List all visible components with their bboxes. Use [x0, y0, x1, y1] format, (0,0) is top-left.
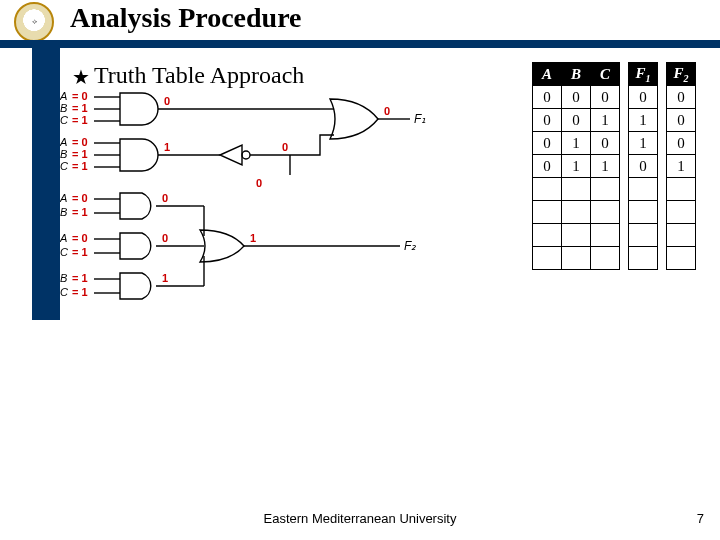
svg-text:A: A [60, 90, 67, 102]
svg-text:1: 1 [250, 232, 256, 244]
svg-text:1: 1 [162, 272, 168, 284]
svg-text:0: 0 [162, 192, 168, 204]
table-row: 00000 [533, 86, 696, 109]
table-row [533, 247, 696, 270]
col-F2: F2 [667, 63, 696, 86]
header-divider [0, 40, 720, 48]
svg-text:= 1: = 1 [72, 206, 88, 218]
svg-text:F₁: F₁ [414, 112, 426, 126]
svg-text:0: 0 [384, 105, 390, 117]
svg-text:= 0: = 0 [72, 192, 88, 204]
svg-text:= 0: = 0 [72, 90, 88, 102]
table-header-row: A B C F1 F2 [533, 63, 696, 86]
svg-text:1: 1 [164, 141, 170, 153]
svg-text:= 1: = 1 [72, 102, 88, 114]
subtitle-text: Truth Table Approach [94, 62, 304, 88]
university-logo: ⟡ [14, 2, 54, 42]
table-row [533, 201, 696, 224]
svg-text:B: B [60, 272, 67, 284]
footer-text: Eastern Mediterranean University [0, 511, 720, 526]
svg-text:0: 0 [256, 177, 262, 189]
svg-text:A: A [60, 192, 67, 204]
svg-text:= 1: = 1 [72, 114, 88, 126]
table-row [533, 224, 696, 247]
table-row: 00110 [533, 109, 696, 132]
col-C: C [591, 63, 620, 86]
svg-text:B: B [60, 102, 67, 114]
table-row [533, 178, 696, 201]
svg-text:C: C [60, 114, 68, 126]
svg-text:= 1: = 1 [72, 272, 88, 284]
col-F1: F1 [629, 63, 658, 86]
table-row: 01101 [533, 155, 696, 178]
svg-text:= 1: = 1 [72, 160, 88, 172]
svg-text:0: 0 [164, 95, 170, 107]
svg-text:= 1: = 1 [72, 286, 88, 298]
side-accent-bar [32, 40, 60, 320]
svg-text:= 0: = 0 [72, 136, 88, 148]
col-B: B [562, 63, 591, 86]
svg-text:= 1: = 1 [72, 148, 88, 160]
svg-text:A: A [60, 136, 67, 148]
page-number: 7 [697, 511, 704, 526]
svg-text:C: C [60, 286, 68, 298]
slide-title: Analysis Procedure [70, 2, 302, 34]
svg-text:0: 0 [162, 232, 168, 244]
svg-text:B: B [60, 206, 67, 218]
svg-text:C: C [60, 160, 68, 172]
svg-text:C: C [60, 246, 68, 258]
svg-text:0: 0 [282, 141, 288, 153]
svg-point-51 [242, 151, 250, 159]
table-row: 01010 [533, 132, 696, 155]
svg-text:A: A [60, 232, 67, 244]
truth-table: A B C F1 F2 00000 00110 01010 01101 [532, 62, 696, 270]
bullet-star-icon: ★ [72, 66, 94, 88]
svg-text:= 0: = 0 [72, 232, 88, 244]
col-A: A [533, 63, 562, 86]
svg-text:F₂: F₂ [404, 239, 417, 253]
logic-circuit-diagram: .w { stroke:#000; stroke-width:1.4; fill… [60, 90, 440, 370]
slide-subtitle: ★Truth Table Approach [72, 62, 304, 89]
svg-text:= 1: = 1 [72, 246, 88, 258]
svg-text:B: B [60, 148, 67, 160]
